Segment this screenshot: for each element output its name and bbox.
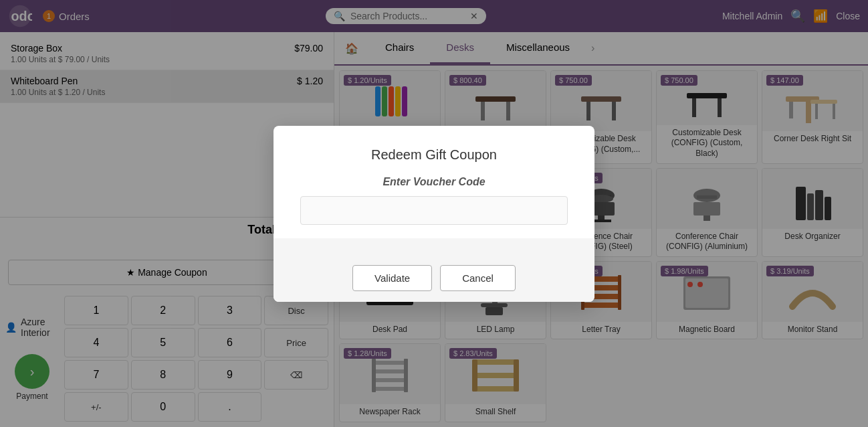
validate-button[interactable]: Validate: [352, 265, 432, 291]
redeem-coupon-modal: Redeem Gift Coupon Enter Voucher Code Va…: [274, 126, 594, 302]
modal-subtitle: Enter Voucher Code: [300, 176, 568, 188]
modal-footer: Validate Cancel: [274, 238, 594, 302]
voucher-code-input[interactable]: [300, 196, 568, 225]
modal-overlay: Redeem Gift Coupon Enter Voucher Code Va…: [0, 0, 868, 427]
modal-buttons: Validate Cancel: [300, 265, 568, 291]
modal-title: Redeem Gift Coupon: [300, 147, 568, 163]
cancel-button[interactable]: Cancel: [440, 265, 516, 291]
